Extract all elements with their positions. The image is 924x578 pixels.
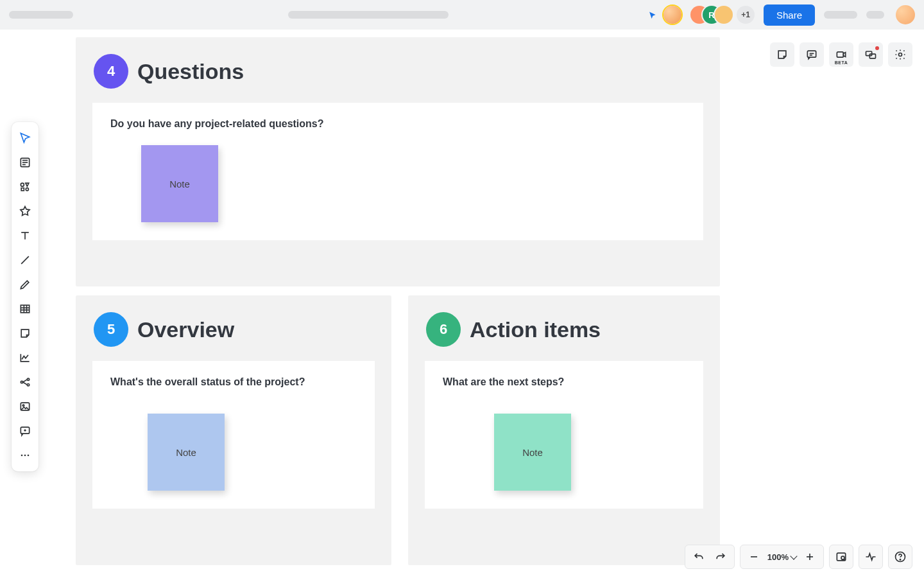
chevron-down-icon <box>790 552 797 559</box>
sticky-note[interactable]: Note <box>494 414 571 491</box>
more-tools[interactable] <box>13 443 37 468</box>
step-badge: 6 <box>426 312 461 347</box>
sticky-note[interactable]: Note <box>148 414 225 491</box>
presence-avatar[interactable] <box>715 6 733 24</box>
pen-tool[interactable] <box>13 272 37 297</box>
note-icon[interactable] <box>770 42 794 67</box>
select-tool[interactable] <box>13 126 37 150</box>
user-avatar[interactable] <box>896 5 915 24</box>
comment-tool[interactable] <box>13 419 37 443</box>
frame-body[interactable]: Do you have any project-related question… <box>92 103 703 240</box>
svg-rect-34 <box>866 51 872 56</box>
help-icon[interactable] <box>888 545 912 569</box>
redo-button[interactable] <box>710 546 732 568</box>
frame-overview[interactable]: 5 Overview What's the overall status of … <box>76 295 391 565</box>
image-tool[interactable] <box>13 394 37 419</box>
svg-point-18 <box>27 384 29 386</box>
comments-icon[interactable] <box>800 42 824 67</box>
templates-tool[interactable] <box>13 150 37 175</box>
svg-point-16 <box>21 381 22 383</box>
topbar-placeholder <box>824 11 857 19</box>
svg-point-17 <box>27 378 29 380</box>
title-placeholder <box>9 11 73 19</box>
present-icon[interactable] <box>859 42 883 67</box>
top-bar: R +1 Share <box>0 0 924 30</box>
svg-point-22 <box>22 405 24 407</box>
table-tool[interactable] <box>13 297 37 321</box>
frame-prompt: What's the overall status of the project… <box>110 376 357 388</box>
frame-prompt: What are the next steps? <box>443 376 685 388</box>
frame-title: Questions <box>137 59 244 84</box>
sticky-note[interactable]: Note <box>141 145 218 222</box>
activity-icon[interactable] <box>859 545 883 569</box>
beta-badge: BETA <box>829 60 853 65</box>
share-button[interactable]: Share <box>764 4 815 26</box>
svg-rect-11 <box>21 305 29 313</box>
step-badge: 4 <box>94 54 128 89</box>
bottom-right-toolbar: 100% <box>685 545 912 569</box>
shapes-tool[interactable] <box>13 175 37 199</box>
svg-rect-6 <box>21 188 24 191</box>
svg-marker-5 <box>26 183 29 186</box>
svg-point-7 <box>26 188 28 191</box>
sticky-tool[interactable] <box>13 321 37 346</box>
svg-point-27 <box>24 455 26 457</box>
frame-body[interactable]: What's the overall status of the project… <box>92 361 375 509</box>
svg-point-44 <box>900 559 900 560</box>
frame-prompt: Do you have any project-related question… <box>110 118 685 130</box>
map-icon[interactable] <box>829 545 853 569</box>
undo-button[interactable] <box>688 546 710 568</box>
star-tool[interactable] <box>13 199 37 223</box>
text-tool[interactable] <box>13 223 37 248</box>
zoom-group: 100% <box>740 545 824 569</box>
left-toolbar <box>12 122 38 471</box>
presence-stack[interactable]: R <box>690 6 733 24</box>
frame-body[interactable]: What are the next steps? Note <box>425 361 703 509</box>
topbar-placeholder <box>866 11 884 19</box>
presence-overflow-count[interactable]: +1 <box>737 6 755 24</box>
frame-title: Action items <box>470 317 601 342</box>
top-right-toolbar: BETA <box>770 42 912 67</box>
cursor-icon <box>648 11 657 20</box>
notification-dot-icon <box>875 46 879 50</box>
zoom-out-button[interactable] <box>743 546 765 568</box>
settings-icon[interactable] <box>888 42 912 67</box>
chart-tool[interactable] <box>13 346 37 370</box>
zoom-level-label: 100% <box>767 552 789 562</box>
connector-tool[interactable] <box>13 370 37 394</box>
line-tool[interactable] <box>13 248 37 272</box>
frame-action-items[interactable]: 6 Action items What are the next steps? … <box>408 295 720 565</box>
undo-redo-group <box>685 545 735 569</box>
svg-point-4 <box>21 183 24 186</box>
video-icon[interactable]: BETA <box>829 42 853 67</box>
step-badge: 5 <box>94 312 128 347</box>
breadcrumb-placeholder <box>288 11 449 19</box>
svg-line-10 <box>21 256 29 264</box>
frame-title: Overview <box>137 317 234 342</box>
svg-point-26 <box>21 455 23 457</box>
svg-rect-32 <box>837 52 843 57</box>
zoom-level[interactable]: 100% <box>765 552 799 562</box>
svg-marker-33 <box>843 53 845 57</box>
svg-point-36 <box>899 53 902 57</box>
svg-line-20 <box>23 382 28 385</box>
svg-point-28 <box>28 455 30 457</box>
zoom-in-button[interactable] <box>799 546 821 568</box>
frame-questions[interactable]: 4 Questions Do you have any project-rela… <box>76 37 720 286</box>
svg-line-19 <box>23 380 28 382</box>
presence-avatar-main[interactable] <box>663 6 681 24</box>
